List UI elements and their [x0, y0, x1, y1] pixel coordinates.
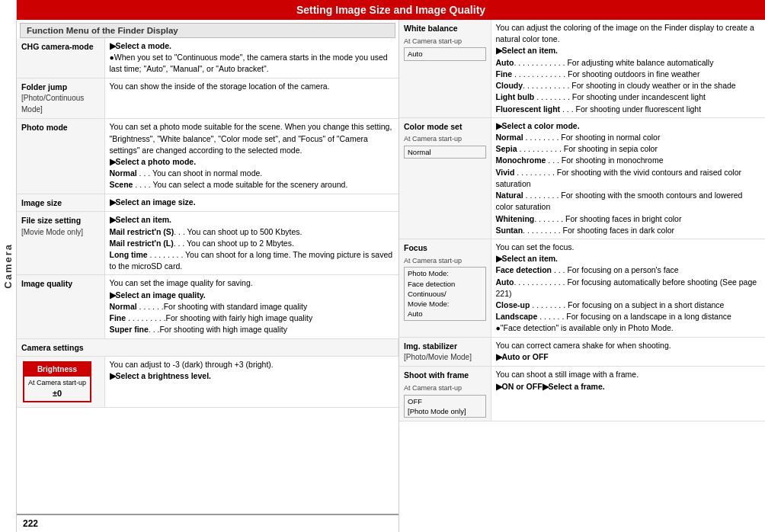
at-camera-value: Auto [404, 47, 486, 60]
at-camera-box: At Camera start-up [404, 133, 486, 144]
right-content-cell: ▶Select a color mode.Normal . . . . . . … [491, 117, 765, 239]
main-content: Setting Image Size and Image Quality Fun… [17, 0, 765, 532]
brightness-box: Brightness At Camera start-up ±0 [23, 361, 91, 402]
camera-settings-label: Camera settings [17, 339, 399, 357]
camera-settings-table: Camera settings Brightness At Camera sta… [17, 339, 399, 409]
left-table-row: Image qualityYou can set the image quali… [17, 275, 399, 338]
left-label-cell: Image quality [17, 275, 104, 338]
right-label-cell: Shoot with frameAt Camera start-upOFF [P… [399, 367, 491, 421]
brightness-at-camera: At Camera start-up ±0 [24, 377, 90, 401]
left-content-cell: ▶Select an image size. [104, 194, 399, 212]
right-table-row: Color mode setAt Camera start-upNormal▶S… [399, 117, 765, 239]
sidebar: Camera [0, 0, 17, 532]
right-table-row: White balanceAt Camera start-upAutoYou c… [399, 20, 765, 117]
page-title: Setting Image Size and Image Quality [17, 0, 765, 20]
right-content-cell: You can adjust the coloring of the image… [491, 20, 765, 117]
right-label-cell: Color mode setAt Camera start-upNormal [399, 117, 491, 239]
at-camera-value: OFF [Photo Mode only] [404, 395, 486, 418]
left-label-cell: Image size [17, 194, 104, 212]
brightness-value: ±0 [27, 388, 87, 399]
left-table-row: File size setting[Movie Mode only]▶Selec… [17, 212, 399, 275]
left-column: Function Menu of the Finder Display CHG … [17, 20, 399, 532]
left-label-cell: CHG camera-mode [17, 38, 104, 78]
camera-settings-header-row: Camera settings [17, 339, 399, 357]
left-content-cell: ▶Select a mode.●When you set to "Continu… [104, 38, 399, 78]
left-content-cell: You can set a photo mode suitable for th… [104, 119, 399, 194]
left-table: CHG camera-mode▶Select a mode.●When you … [17, 38, 399, 339]
at-camera-value: Photo Mode: Face detection Continuous/ M… [404, 267, 486, 320]
at-camera-box: At Camera start-up [404, 36, 486, 46]
right-table-row: FocusAt Camera start-upPhoto Mode: Face … [399, 239, 765, 337]
left-label-cell: Folder jump[Photo/Continuous Mode] [17, 78, 104, 119]
left-table-row: Folder jump[Photo/Continuous Mode]You ca… [17, 78, 399, 119]
brightness-header: Brightness [24, 363, 90, 377]
right-content-cell: You can set the focus.▶Select an item.Fa… [491, 239, 765, 337]
sidebar-camera-label: Camera [2, 243, 14, 289]
right-label-cell: White balanceAt Camera start-upAuto [399, 20, 491, 117]
left-label-cell: File size setting[Movie Mode only] [17, 212, 104, 275]
brightness-cell: Brightness At Camera start-up ±0 [17, 357, 104, 408]
right-table: White balanceAt Camera start-upAutoYou c… [399, 20, 765, 421]
left-table-row: Photo modeYou can set a photo mode suita… [17, 119, 399, 194]
left-table-row: Image size▶Select an image size. [17, 194, 399, 212]
brightness-content: You can adjust to -3 (dark) through +3 (… [104, 357, 399, 408]
brightness-at-camera-label: At Camera start-up [27, 378, 87, 388]
right-content-cell: You can shoot a still image with a frame… [491, 367, 765, 421]
left-content-cell: You can show the inside of the storage l… [104, 78, 399, 119]
at-camera-value: Normal [404, 146, 486, 159]
left-content-cell: ▶Select an item.Mail restrict'n (S). . .… [104, 212, 399, 275]
left-table-row: CHG camera-mode▶Select a mode.●When you … [17, 38, 399, 78]
right-table-row: Img. stabilizer[Photo/Movie Mode]You can… [399, 337, 765, 367]
brightness-row: Brightness At Camera start-up ±0 You can… [17, 357, 399, 408]
right-label-cell: Img. stabilizer[Photo/Movie Mode] [399, 337, 491, 367]
right-table-row: Shoot with frameAt Camera start-upOFF [P… [399, 367, 765, 421]
left-label-cell: Photo mode [17, 119, 104, 194]
right-content-cell: You can correct camera shake for when sh… [491, 337, 765, 367]
right-column: White balanceAt Camera start-upAutoYou c… [399, 20, 765, 532]
right-label-cell: FocusAt Camera start-upPhoto Mode: Face … [399, 239, 491, 337]
section-header: Function Menu of the Finder Display [20, 23, 395, 38]
content-columns: Function Menu of the Finder Display CHG … [17, 20, 765, 532]
left-content-cell: You can set the image quality for saving… [104, 275, 399, 338]
at-camera-box: At Camera start-up [404, 255, 486, 266]
page-number: 222 [17, 514, 399, 532]
at-camera-box: At Camera start-up [404, 383, 486, 393]
